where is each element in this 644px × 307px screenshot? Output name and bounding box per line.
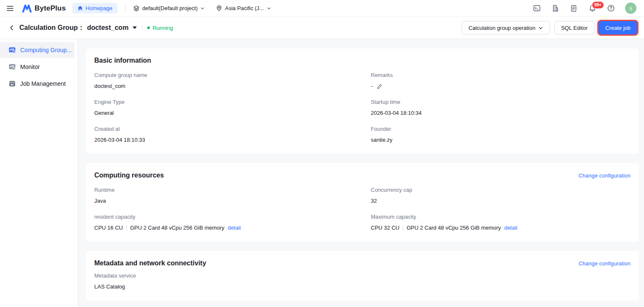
change-configuration-link[interactable]: Change configuration — [578, 260, 631, 267]
field-founder: Founder santie.zy — [371, 125, 631, 144]
field-created-at: Created at 2026-03-04 18:10:33 — [94, 125, 354, 144]
homepage-button[interactable]: Homepage — [72, 3, 117, 13]
sidebar-item-monitor[interactable]: Monitor — [0, 59, 75, 75]
status-label: Running — [152, 25, 173, 31]
topbar-icons: 99+ s — [532, 3, 636, 14]
cpu-capacity: CPU 16 CU — [94, 224, 123, 232]
field-value: CPU 16 CU GPU 2 Card 48 vCpu 256 GiB mem… — [94, 224, 354, 232]
field-label: resident capacity — [94, 213, 354, 221]
field-label: Startup time — [371, 98, 631, 106]
region-selector[interactable]: Asia Pacific (J... — [216, 5, 271, 11]
job-management-icon — [8, 80, 16, 87]
group-switch-caret-icon[interactable] — [133, 26, 137, 29]
homepage-label: Homepage — [85, 5, 112, 11]
field-value: LAS Catalog — [94, 283, 354, 291]
byteplus-logo-icon — [22, 4, 32, 13]
sql-editor-button-label: SQL Editor — [561, 25, 588, 31]
chevron-down-icon — [266, 6, 271, 11]
field-remarks: Remarks - — [371, 71, 631, 90]
page-title-prefix: Calculation Group： — [19, 24, 85, 32]
sidebar-item-label: Computing Group... — [20, 47, 72, 53]
field-value: 2026-03-04 18:10:34 — [371, 109, 631, 117]
notification-count-badge: 99+ — [592, 1, 604, 9]
change-configuration-link[interactable]: Change configuration — [578, 172, 631, 179]
computing-resources-card: Computing resources Change configuration… — [86, 163, 639, 242]
field-value: doctest_com — [94, 82, 354, 90]
field-value: Java — [94, 197, 354, 205]
group-name: doctest_com — [87, 24, 129, 32]
chevron-down-icon — [538, 25, 543, 31]
user-avatar[interactable]: s — [625, 3, 636, 14]
cli-terminal-icon[interactable] — [532, 4, 541, 13]
gpu-capacity: GPU 2 Card 48 vCpu 256 GiB memory — [130, 224, 224, 232]
calculation-group-operation-button[interactable]: Calculation group operation — [462, 21, 550, 34]
status-badge: Running — [147, 25, 173, 31]
divider — [142, 25, 142, 31]
field-startup-time: Startup time 2026-03-04 18:10:34 — [371, 98, 631, 117]
field-label: Engine Type — [94, 98, 354, 106]
status-dot-icon — [147, 26, 150, 29]
back-icon[interactable] — [7, 23, 17, 33]
field-value: General — [94, 109, 354, 117]
operation-button-label: Calculation group operation — [468, 25, 535, 31]
project-selector[interactable]: default(Default project) — [133, 5, 205, 12]
field-value: CPU 32 CU GPU 2 Card 48 vCpu 256 GiB mem… — [371, 224, 631, 232]
field-value: 32 — [371, 197, 631, 205]
field-engine-type: Engine Type General — [94, 98, 354, 117]
location-pin-icon — [216, 5, 222, 11]
main: Computing Group... Monitor Job Managemen… — [0, 39, 644, 307]
field-metadata-service: Metadata service LAS Catalog — [94, 272, 354, 291]
basic-information-card: Basic information Compute group name doc… — [86, 48, 639, 154]
metadata-network-card: Metadata and network connectivity Change… — [86, 251, 639, 301]
field-compute-group-name: Compute group name doctest_com — [94, 71, 354, 90]
field-label: Compute group name — [94, 71, 354, 79]
field-label: Metadata service — [94, 272, 354, 280]
field-label: Founder — [371, 125, 631, 133]
field-resident-capacity: resident capacity CPU 16 CU GPU 2 Card 4… — [94, 213, 354, 232]
byteplus-logo[interactable]: BytePlus — [22, 4, 66, 13]
create-job-button-label: Create job — [605, 25, 631, 31]
project-selector-label: default(Default project) — [142, 5, 198, 11]
divider — [403, 225, 403, 231]
sql-editor-button[interactable]: SQL Editor — [554, 21, 594, 34]
chevron-down-icon — [200, 6, 205, 11]
card-title: Basic information — [94, 57, 151, 64]
document-icon[interactable] — [569, 4, 578, 13]
page-header: Calculation Group：doctest_com Running Ca… — [0, 17, 644, 39]
sidebar-item-label: Job Management — [20, 80, 66, 87]
field-label: Concurrency cap — [371, 186, 631, 194]
content: Basic information Compute group name doc… — [78, 39, 644, 307]
field-value: santie.zy — [371, 136, 631, 144]
field-label: Runtime — [94, 186, 354, 194]
computing-group-icon — [8, 46, 16, 54]
card-title: Computing resources — [94, 172, 164, 179]
field-label: Remarks — [371, 71, 631, 79]
sidebar-item-computing-group[interactable]: Computing Group... — [0, 42, 75, 58]
gpu-capacity: GPU 2 Card 48 vCpu 256 GiB memory — [407, 224, 501, 232]
create-job-button[interactable]: Create job — [599, 21, 637, 34]
home-icon — [77, 5, 83, 11]
detail-link[interactable]: detail — [504, 224, 517, 232]
layers-icon — [133, 5, 140, 12]
card-title: Metadata and network connectivity — [94, 259, 206, 267]
divider — [126, 225, 127, 231]
detail-link[interactable]: detail — [228, 224, 241, 232]
edit-remarks-pencil-icon[interactable] — [377, 84, 382, 89]
field-maximum-capacity: Maximum capacity CPU 32 CU GPU 2 Card 48… — [371, 213, 631, 232]
sidebar: Computing Group... Monitor Job Managemen… — [0, 39, 78, 307]
notifications-bell-icon[interactable]: 99+ — [588, 4, 596, 13]
field-runtime: Runtime Java — [94, 186, 354, 205]
sidebar-item-label: Monitor — [20, 64, 40, 70]
brand-text: BytePlus — [35, 4, 66, 13]
topbar: BytePlus Homepage default(Default projec… — [0, 0, 644, 17]
sidebar-item-job-management[interactable]: Job Management — [0, 76, 75, 92]
hamburger-menu-icon[interactable] — [4, 3, 16, 14]
help-icon[interactable] — [607, 4, 615, 13]
organization-icon[interactable] — [551, 4, 559, 13]
field-concurrency-cap: Concurrency cap 32 — [371, 186, 631, 205]
divider — [125, 5, 125, 12]
region-selector-label: Asia Pacific (J... — [225, 5, 263, 11]
header-actions: Calculation group operation SQL Editor C… — [462, 21, 637, 34]
monitor-icon — [8, 63, 16, 71]
remarks-value: - — [371, 82, 373, 90]
